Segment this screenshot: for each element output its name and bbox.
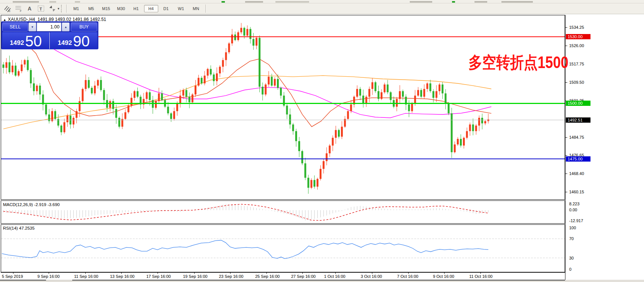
chart-text-annotation[interactable]: 多空转折点1500 bbox=[468, 52, 568, 74]
candle bbox=[149, 92, 151, 100]
timeframe-button-m5[interactable]: M5 bbox=[84, 5, 98, 12]
indicator-axis-label: 100 bbox=[569, 226, 576, 230]
buy-price-quote[interactable]: 1492 90 bbox=[50, 32, 97, 49]
timeframe-button-w1[interactable]: W1 bbox=[174, 5, 188, 12]
candle bbox=[54, 111, 56, 119]
clipped-ui-fragment bbox=[13, 1, 39, 3]
candle bbox=[457, 139, 459, 144]
scrollbar-thumb[interactable] bbox=[46, 280, 72, 281]
timeframe-button-m30[interactable]: M30 bbox=[114, 5, 128, 12]
candle bbox=[375, 82, 376, 91]
candle bbox=[442, 85, 443, 94]
price-highlight-label: 1475.00 bbox=[566, 156, 590, 162]
indicator-axis-label: 30 bbox=[569, 256, 574, 261]
timeframe-toolbar: M1M5M15M30H1H4D1W1MN bbox=[69, 5, 204, 12]
candle bbox=[417, 90, 419, 96]
candle bbox=[207, 69, 209, 76]
buy-button[interactable]: BUY bbox=[71, 22, 97, 31]
candle bbox=[6, 62, 7, 68]
clipped-ui-fragment bbox=[275, 1, 309, 3]
price-highlight-label: 1500.00 bbox=[566, 101, 590, 106]
text-tool-icon[interactable]: T bbox=[36, 4, 46, 13]
rsi-indicator-panel[interactable] bbox=[1, 224, 565, 272]
text-label-tool-icon[interactable]: A bbox=[25, 4, 35, 13]
candle bbox=[472, 125, 474, 131]
price-tick bbox=[565, 27, 567, 28]
timeframe-button-h4[interactable]: H4 bbox=[144, 5, 158, 12]
candle bbox=[64, 122, 65, 132]
price-tick-label: 1517.75 bbox=[569, 62, 584, 67]
timeframe-button-mn[interactable]: MN bbox=[189, 5, 203, 12]
candle bbox=[134, 91, 135, 98]
candle bbox=[463, 138, 465, 145]
timeframe-button-m15[interactable]: M15 bbox=[99, 5, 113, 12]
volume-increase-button[interactable]: ▲ bbox=[62, 22, 70, 31]
candle bbox=[289, 114, 291, 125]
candle bbox=[179, 96, 181, 104]
arrows-tool-icon[interactable] bbox=[47, 4, 57, 13]
volume-input[interactable]: 1.00 bbox=[37, 22, 61, 31]
candle bbox=[137, 91, 138, 97]
candle bbox=[356, 89, 358, 97]
sell-price-quote[interactable]: 1492 50 bbox=[2, 32, 50, 49]
timeframe-button-m1[interactable]: M1 bbox=[69, 5, 83, 12]
candle bbox=[256, 38, 257, 46]
candle bbox=[85, 80, 87, 89]
candle bbox=[115, 109, 117, 118]
price-axis[interactable]: 1534.251526.001517.751509.501501.251484.… bbox=[565, 15, 644, 279]
candle bbox=[372, 82, 373, 89]
price-tick bbox=[565, 192, 567, 192]
price-tick-label: 1468.40 bbox=[569, 171, 584, 176]
candle bbox=[33, 83, 35, 91]
candle bbox=[301, 151, 303, 163]
volume-decrease-button[interactable]: ▼ bbox=[28, 22, 36, 31]
candle bbox=[448, 103, 449, 113]
candle bbox=[3, 64, 4, 68]
svg-text:E: E bbox=[9, 9, 10, 12]
candle bbox=[408, 104, 410, 111]
candle bbox=[216, 73, 218, 81]
candle bbox=[298, 141, 300, 151]
candle bbox=[91, 88, 93, 94]
candle bbox=[186, 90, 187, 97]
candle bbox=[158, 94, 160, 101]
time-label: 11 Oct 16:00 bbox=[469, 274, 492, 279]
sell-button[interactable]: SELL bbox=[2, 22, 28, 31]
clipped-ui-fragment bbox=[222, 1, 225, 3]
timeframe-button-h1[interactable]: H1 bbox=[129, 5, 143, 12]
candle bbox=[268, 77, 270, 85]
rsi-canvas[interactable] bbox=[1, 225, 565, 272]
toolbar-grip[interactable] bbox=[61, 5, 63, 12]
candle bbox=[350, 104, 352, 111]
candle bbox=[399, 91, 401, 99]
macd-canvas[interactable] bbox=[1, 201, 565, 223]
fibonacci-retracement-tool-icon[interactable]: F bbox=[13, 4, 24, 13]
candle bbox=[240, 28, 242, 32]
candle bbox=[335, 130, 337, 138]
macd-label: MACD(12,26,9) -2.919 -3.690 bbox=[3, 202, 60, 207]
candle bbox=[359, 89, 361, 96]
price-tick-label: 1484.75 bbox=[569, 135, 584, 140]
timeframe-button-d1[interactable]: D1 bbox=[159, 5, 173, 12]
price-tick bbox=[565, 46, 567, 46]
candle bbox=[94, 86, 96, 94]
mt4-window: EFAT ▾ M1M5M15M30H1H4D1W1MN ▲XAUUSD-,H4 … bbox=[0, 0, 644, 282]
horizontal-scrollbar[interactable] bbox=[0, 280, 644, 282]
candle bbox=[323, 161, 324, 169]
time-label: 11 Sep 16:00 bbox=[74, 274, 98, 279]
price-highlight-label: 1530.00 bbox=[566, 34, 590, 39]
candle bbox=[237, 32, 239, 40]
candle bbox=[243, 28, 245, 36]
candle bbox=[311, 180, 312, 188]
indicator-axis-label: -12.917 bbox=[569, 218, 583, 223]
candle bbox=[414, 96, 416, 104]
candle bbox=[213, 74, 215, 81]
time-axis[interactable]: 5 Sep 20199 Sep 16:0011 Sep 16:0013 Sep … bbox=[1, 272, 565, 280]
candle bbox=[320, 169, 321, 179]
equidistant-channel-tool-icon[interactable]: E bbox=[2, 4, 12, 13]
indicator-axis-label: 8.223 bbox=[569, 202, 580, 206]
candle bbox=[128, 105, 129, 112]
macd-indicator-panel[interactable] bbox=[1, 200, 565, 224]
time-tick bbox=[13, 273, 13, 274]
arrows-dropdown-caret[interactable]: ▾ bbox=[58, 7, 59, 10]
